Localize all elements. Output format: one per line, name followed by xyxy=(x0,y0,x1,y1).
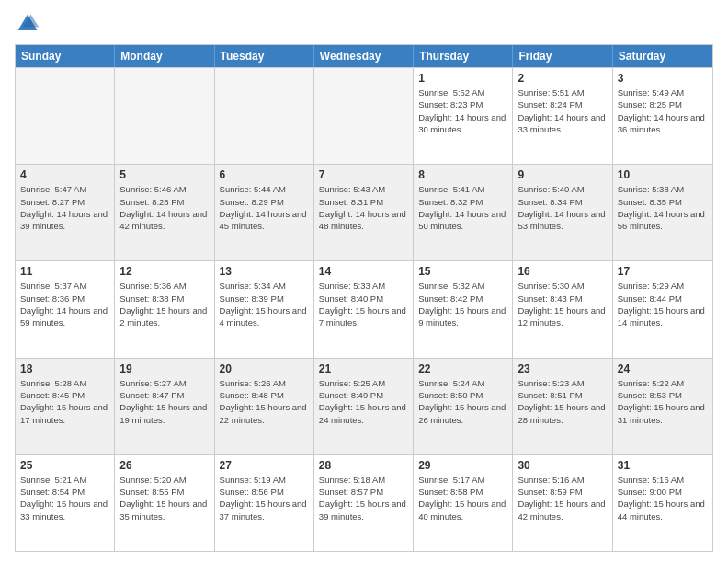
day-info: Sunrise: 5:16 AMSunset: 8:59 PMDaylight:… xyxy=(518,474,607,523)
day-info: Sunrise: 5:38 AMSunset: 8:35 PMDaylight:… xyxy=(618,183,708,232)
day-number: 31 xyxy=(618,459,708,472)
day-info: Sunrise: 5:24 AMSunset: 8:50 PMDaylight:… xyxy=(418,377,507,426)
day-info: Sunrise: 5:21 AMSunset: 8:54 PMDaylight:… xyxy=(20,474,109,523)
calendar-cell: 14Sunrise: 5:33 AMSunset: 8:40 PMDayligh… xyxy=(314,261,414,357)
day-number: 20 xyxy=(220,362,309,375)
weekday-header: Monday xyxy=(115,45,214,67)
calendar-cell xyxy=(314,68,414,164)
day-info: Sunrise: 5:32 AMSunset: 8:42 PMDaylight:… xyxy=(418,280,507,328)
calendar-cell: 11Sunrise: 5:37 AMSunset: 8:36 PMDayligh… xyxy=(16,261,115,357)
calendar-cell xyxy=(215,68,314,164)
day-number: 4 xyxy=(20,168,109,181)
day-info: Sunrise: 5:33 AMSunset: 8:40 PMDaylight:… xyxy=(319,280,408,328)
calendar-row: 1Sunrise: 5:52 AMSunset: 8:23 PMDaylight… xyxy=(16,67,712,164)
day-info: Sunrise: 5:36 AMSunset: 8:38 PMDaylight:… xyxy=(119,280,209,328)
day-number: 11 xyxy=(20,265,109,278)
weekday-header: Thursday xyxy=(414,45,513,67)
day-info: Sunrise: 5:34 AMSunset: 8:39 PMDaylight:… xyxy=(220,280,309,328)
day-info: Sunrise: 5:19 AMSunset: 8:56 PMDaylight:… xyxy=(220,474,309,523)
day-number: 21 xyxy=(319,362,408,375)
calendar-cell: 9Sunrise: 5:40 AMSunset: 8:34 PMDaylight… xyxy=(513,165,612,260)
day-number: 16 xyxy=(518,265,607,278)
day-number: 18 xyxy=(20,362,109,375)
day-number: 1 xyxy=(418,72,507,85)
day-number: 30 xyxy=(518,459,607,472)
calendar-row: 25Sunrise: 5:21 AMSunset: 8:54 PMDayligh… xyxy=(16,454,712,551)
day-info: Sunrise: 5:22 AMSunset: 8:53 PMDaylight:… xyxy=(618,377,708,426)
calendar-cell: 1Sunrise: 5:52 AMSunset: 8:23 PMDaylight… xyxy=(414,68,513,164)
day-number: 28 xyxy=(319,459,408,472)
day-info: Sunrise: 5:41 AMSunset: 8:32 PMDaylight:… xyxy=(418,183,507,232)
day-number: 23 xyxy=(518,362,607,375)
weekday-header: Wednesday xyxy=(314,45,414,67)
calendar-cell: 20Sunrise: 5:26 AMSunset: 8:48 PMDayligh… xyxy=(215,359,314,454)
day-number: 6 xyxy=(220,168,309,181)
day-number: 5 xyxy=(119,168,209,181)
calendar-cell xyxy=(115,68,214,164)
calendar-cell: 15Sunrise: 5:32 AMSunset: 8:42 PMDayligh… xyxy=(414,261,513,357)
calendar-cell: 25Sunrise: 5:21 AMSunset: 8:54 PMDayligh… xyxy=(16,455,115,551)
calendar-cell: 7Sunrise: 5:43 AMSunset: 8:31 PMDaylight… xyxy=(314,165,414,260)
calendar-cell: 24Sunrise: 5:22 AMSunset: 8:53 PMDayligh… xyxy=(613,359,712,454)
day-info: Sunrise: 5:49 AMSunset: 8:25 PMDaylight:… xyxy=(618,86,708,135)
day-number: 25 xyxy=(20,459,109,472)
day-number: 9 xyxy=(518,168,607,181)
day-info: Sunrise: 5:16 AMSunset: 9:00 PMDaylight:… xyxy=(618,474,708,523)
calendar-cell: 6Sunrise: 5:44 AMSunset: 8:29 PMDaylight… xyxy=(215,165,314,260)
day-number: 12 xyxy=(119,265,209,278)
calendar-header: SundayMondayTuesdayWednesdayThursdayFrid… xyxy=(16,45,712,67)
calendar-cell: 13Sunrise: 5:34 AMSunset: 8:39 PMDayligh… xyxy=(215,261,314,357)
weekday-header: Friday xyxy=(513,45,612,67)
calendar-cell: 5Sunrise: 5:46 AMSunset: 8:28 PMDaylight… xyxy=(115,165,214,260)
day-info: Sunrise: 5:23 AMSunset: 8:51 PMDaylight:… xyxy=(518,377,607,426)
day-number: 2 xyxy=(518,72,607,85)
calendar-cell: 30Sunrise: 5:16 AMSunset: 8:59 PMDayligh… xyxy=(513,455,612,551)
weekday-header: Tuesday xyxy=(215,45,314,67)
calendar-cell: 2Sunrise: 5:51 AMSunset: 8:24 PMDaylight… xyxy=(513,68,612,164)
day-info: Sunrise: 5:26 AMSunset: 8:48 PMDaylight:… xyxy=(220,377,309,426)
day-info: Sunrise: 5:44 AMSunset: 8:29 PMDaylight:… xyxy=(220,183,309,232)
calendar-row: 18Sunrise: 5:28 AMSunset: 8:45 PMDayligh… xyxy=(16,358,712,454)
calendar-cell: 31Sunrise: 5:16 AMSunset: 9:00 PMDayligh… xyxy=(613,455,712,551)
calendar-cell: 29Sunrise: 5:17 AMSunset: 8:58 PMDayligh… xyxy=(414,455,513,551)
weekday-header: Saturday xyxy=(613,45,712,67)
day-number: 14 xyxy=(319,265,408,278)
day-info: Sunrise: 5:30 AMSunset: 8:43 PMDaylight:… xyxy=(518,280,607,328)
day-info: Sunrise: 5:47 AMSunset: 8:27 PMDaylight:… xyxy=(20,183,109,232)
day-info: Sunrise: 5:25 AMSunset: 8:49 PMDaylight:… xyxy=(319,377,408,426)
day-info: Sunrise: 5:51 AMSunset: 8:24 PMDaylight:… xyxy=(518,86,607,135)
calendar-cell: 28Sunrise: 5:18 AMSunset: 8:57 PMDayligh… xyxy=(314,455,414,551)
day-number: 15 xyxy=(418,265,507,278)
day-info: Sunrise: 5:40 AMSunset: 8:34 PMDaylight:… xyxy=(518,183,607,232)
day-info: Sunrise: 5:28 AMSunset: 8:45 PMDaylight:… xyxy=(20,377,109,426)
calendar-row: 4Sunrise: 5:47 AMSunset: 8:27 PMDaylight… xyxy=(16,164,712,260)
day-number: 13 xyxy=(220,265,309,278)
page: SundayMondayTuesdayWednesdayThursdayFrid… xyxy=(0,0,728,563)
calendar-row: 11Sunrise: 5:37 AMSunset: 8:36 PMDayligh… xyxy=(16,260,712,357)
calendar-cell: 19Sunrise: 5:27 AMSunset: 8:47 PMDayligh… xyxy=(115,359,214,454)
calendar-cell: 27Sunrise: 5:19 AMSunset: 8:56 PMDayligh… xyxy=(215,455,314,551)
calendar-cell: 22Sunrise: 5:24 AMSunset: 8:50 PMDayligh… xyxy=(414,359,513,454)
day-number: 26 xyxy=(119,459,209,472)
calendar-cell: 16Sunrise: 5:30 AMSunset: 8:43 PMDayligh… xyxy=(513,261,612,357)
calendar-cell: 4Sunrise: 5:47 AMSunset: 8:27 PMDaylight… xyxy=(16,165,115,260)
header xyxy=(15,11,713,37)
calendar-cell: 8Sunrise: 5:41 AMSunset: 8:32 PMDaylight… xyxy=(414,165,513,260)
calendar-body: 1Sunrise: 5:52 AMSunset: 8:23 PMDaylight… xyxy=(16,67,712,551)
day-number: 10 xyxy=(618,168,708,181)
calendar-cell: 21Sunrise: 5:25 AMSunset: 8:49 PMDayligh… xyxy=(314,359,414,454)
day-info: Sunrise: 5:17 AMSunset: 8:58 PMDaylight:… xyxy=(418,474,507,523)
day-info: Sunrise: 5:18 AMSunset: 8:57 PMDaylight:… xyxy=(319,474,408,523)
calendar-cell xyxy=(16,68,115,164)
day-info: Sunrise: 5:52 AMSunset: 8:23 PMDaylight:… xyxy=(418,86,507,135)
calendar-cell: 12Sunrise: 5:36 AMSunset: 8:38 PMDayligh… xyxy=(115,261,214,357)
calendar-cell: 10Sunrise: 5:38 AMSunset: 8:35 PMDayligh… xyxy=(613,165,712,260)
day-number: 27 xyxy=(220,459,309,472)
weekday-header: Sunday xyxy=(16,45,115,67)
day-number: 17 xyxy=(618,265,708,278)
calendar: SundayMondayTuesdayWednesdayThursdayFrid… xyxy=(15,44,713,552)
day-number: 3 xyxy=(618,72,708,85)
calendar-cell: 18Sunrise: 5:28 AMSunset: 8:45 PMDayligh… xyxy=(16,359,115,454)
day-info: Sunrise: 5:20 AMSunset: 8:55 PMDaylight:… xyxy=(119,474,209,523)
day-number: 8 xyxy=(418,168,507,181)
